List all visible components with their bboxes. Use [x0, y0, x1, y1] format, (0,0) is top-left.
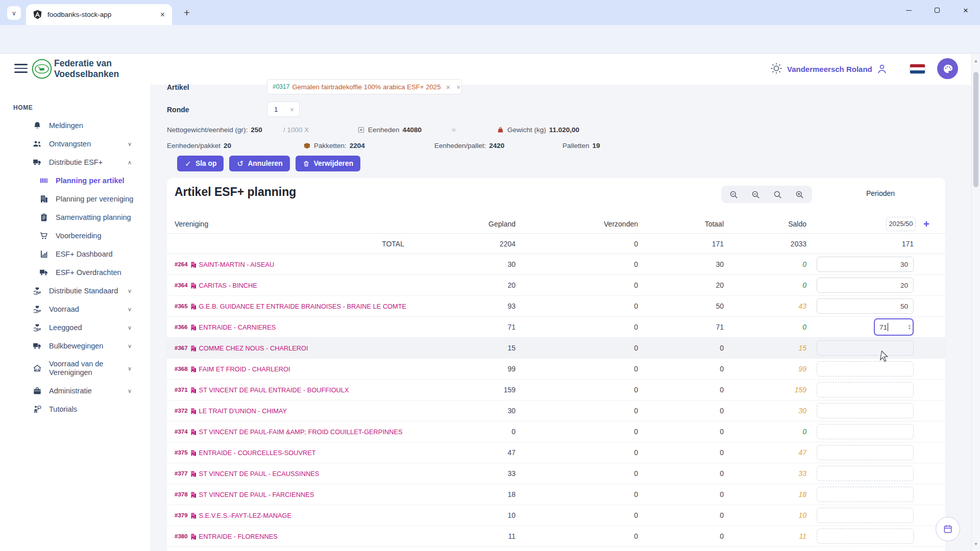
col-gepland[interactable]: Gepland — [430, 220, 516, 228]
vereniging-link[interactable]: #264 SAINT-MARTIN - AISEAU — [175, 261, 430, 268]
vereniging-link[interactable]: #380 ENTRAIDE - FLORENNES — [175, 533, 430, 540]
ronde-label: Ronde — [167, 106, 189, 114]
sidebar-item-distributie-standaard[interactable]: Distributie Standaard ∨ — [0, 282, 150, 300]
period-input[interactable] — [817, 508, 914, 523]
sidebar-item-esf-dashboard[interactable]: ESF+ Dashboard — [0, 245, 150, 263]
vereniging-link[interactable]: #375 ENTRAIDE - COURCELLES-SOUVRET — [175, 449, 430, 457]
cell-gepland: 71 — [430, 323, 516, 331]
cell-totaal: 0 — [638, 386, 724, 394]
vereniging-link[interactable]: #374 ST VINCENT DE PAUL-FAIM &AMP; FROID… — [175, 428, 430, 436]
new-tab-button[interactable]: + — [180, 6, 194, 20]
language-flag-nl[interactable] — [910, 64, 925, 74]
cell-gepland: 30 — [430, 407, 516, 415]
vereniging-link[interactable]: #372 LE TRAIT D'UNION - CHIMAY — [175, 407, 430, 415]
sidebar-item-voorbereiding[interactable]: Voorbereiding — [0, 227, 150, 245]
vereniging-link[interactable]: #377 ST VINCENT DE PAUL - ECAUSSINNES — [175, 470, 430, 478]
period-input[interactable] — [817, 361, 914, 377]
zoom-in-icon[interactable] — [795, 190, 804, 199]
vereniging-link[interactable]: #364 CARITAS - BINCHE — [175, 282, 430, 289]
sidebar-item-voorraad[interactable]: Voorraad ∨ — [0, 300, 150, 318]
cell-saldo: 0 — [724, 281, 806, 289]
user-menu[interactable]: Vandermeersch Roland — [787, 65, 872, 73]
zoom-out-icon[interactable] — [751, 190, 761, 199]
scroll-down-icon[interactable]: ▼ — [972, 540, 980, 548]
window-maximize-button[interactable] — [923, 0, 951, 20]
scroll-thumb[interactable] — [973, 72, 978, 187]
col-verzonden[interactable]: Verzonden — [516, 220, 638, 228]
delete-button[interactable]: Verwijderen — [296, 156, 360, 171]
sidebar-item-voorraad-van-de-verenigingen[interactable]: Voorraad van de Verenigingen ∨ — [0, 355, 150, 382]
vereniging-link[interactable]: #371 ST VINCENT DE PAUL ENTRAIDE - BOUFF… — [175, 386, 430, 394]
vereniging-code: #372 — [175, 408, 188, 414]
sidebar-item-esf-overdrachten[interactable]: ESF+ Overdrachten — [0, 263, 150, 282]
theme-toggle-sun-icon[interactable] — [770, 62, 783, 75]
chevron-icon: ∧ — [128, 159, 132, 166]
stat-palletten: Palletten19 — [562, 142, 600, 149]
sidebar-item-meldingen[interactable]: Meldingen — [0, 116, 150, 135]
sidebar-item-distributie-esf[interactable]: Distributie ESF+ ∧ — [0, 153, 150, 171]
window-minimize-button[interactable] — [894, 0, 923, 20]
period-input[interactable]: 71▲▼ — [874, 318, 914, 336]
browser-tab[interactable]: foodbanks-stock-app × — [26, 4, 172, 25]
artikel-select[interactable]: #0317 Gemalen fairtradekoffie 100% arabi… — [267, 79, 462, 94]
vereniging-link[interactable]: #378 ST VINCENT DE PAUL - FARCIENNES — [175, 491, 430, 498]
sidebar-section-label: HOME — [13, 104, 33, 111]
cell-gepland: 93 — [430, 302, 516, 310]
period-input[interactable] — [817, 424, 914, 439]
page-scrollbar[interactable]: ▲ ▼ — [971, 54, 980, 551]
sidebar-item-bulkbewegingen[interactable]: Bulkbewegingen ∨ — [0, 337, 150, 355]
vereniging-code: #364 — [175, 282, 188, 288]
table-row: #366 ENTRAIDE - CARNIERES 71 0 71 0 71▲▼ — [167, 317, 945, 338]
hamburger-menu-icon[interactable] — [14, 63, 28, 74]
period-input[interactable] — [817, 466, 914, 481]
mouse-cursor — [879, 350, 890, 363]
sidebar-item-planning-per-artikel[interactable]: Planning per artikel — [0, 171, 150, 190]
period-column-header[interactable]: 2025/50 — [886, 217, 916, 231]
search-icon[interactable] — [773, 190, 782, 199]
add-period-icon[interactable]: + — [922, 218, 931, 230]
ronde-select[interactable]: 1 ∨ — [267, 102, 300, 117]
tab-search-icon[interactable]: ∨ — [7, 6, 21, 20]
zoom-out-icon[interactable] — [729, 190, 739, 199]
period-input[interactable] — [817, 340, 914, 356]
col-saldo[interactable]: Saldo — [724, 220, 806, 228]
vereniging-link[interactable]: #368 FAIM ET FROID - CHARLEROI — [175, 365, 430, 373]
user-icon — [876, 63, 888, 75]
cancel-button[interactable]: ↺Annuleren — [229, 156, 289, 171]
col-vereniging[interactable]: Vereniging — [175, 220, 430, 228]
sidebar-item-tutorials[interactable]: Tutorials — [0, 400, 150, 418]
window-close-button[interactable]: × — [951, 0, 980, 20]
org-title: Federatie van Voedselbanken — [54, 58, 119, 80]
vereniging-link[interactable]: #366 ENTRAIDE - CARNIERES — [175, 323, 430, 331]
period-input[interactable] — [817, 382, 914, 397]
period-input[interactable] — [817, 529, 914, 544]
truck-icon — [32, 158, 42, 167]
period-input[interactable] — [817, 445, 914, 460]
sidebar-item-administratie[interactable]: Administratie ∨ — [0, 382, 150, 400]
vereniging-code: #378 — [175, 491, 188, 497]
sidebar-item-planning-per-vereniging[interactable]: Planning per vereniging — [0, 190, 150, 208]
vereniging-link[interactable]: #367 COMME CHEZ NOUS - CHARLEROI — [175, 344, 430, 352]
building-icon — [190, 533, 197, 540]
period-input[interactable]: 20 — [817, 278, 914, 293]
save-button[interactable]: ✓Sla op — [177, 156, 224, 171]
sidebar-item-leeggoed[interactable]: Leeggoed ∨ — [0, 318, 150, 337]
vereniging-name: ENTRAIDE - FLORENNES — [199, 533, 278, 540]
period-input[interactable] — [817, 403, 914, 418]
periods-calendar-fab[interactable] — [936, 517, 960, 541]
sidebar-item-samenvatting-planning[interactable]: Samenvatting planning — [0, 208, 150, 227]
number-spinner[interactable]: ▲▼ — [906, 324, 911, 330]
scroll-up-icon[interactable]: ▲ — [972, 57, 980, 65]
sidebar-item-ontvangsten[interactable]: Ontvangsten ∨ — [0, 135, 150, 153]
col-totaal[interactable]: Totaal — [638, 220, 724, 228]
period-input[interactable] — [817, 487, 914, 502]
clear-artikel-icon[interactable]: × — [446, 83, 451, 91]
vereniging-link[interactable]: #379 S.E.V.E.S.-FAYT-LEZ-MANAGE — [175, 512, 430, 519]
table-row: #371 ST VINCENT DE PAUL ENTRAIDE - BOUFF… — [167, 380, 945, 400]
table-row: #365 G.E.B. GUIDANCE ET ENTRAIDE BRAINOI… — [167, 296, 945, 317]
theme-palette-button[interactable] — [937, 58, 958, 79]
tab-close-icon[interactable]: × — [158, 10, 167, 19]
vereniging-link[interactable]: #365 G.E.B. GUIDANCE ET ENTRAIDE BRAINOI… — [175, 303, 430, 310]
period-input[interactable]: 30 — [817, 257, 914, 272]
period-input[interactable]: 50 — [817, 298, 914, 314]
